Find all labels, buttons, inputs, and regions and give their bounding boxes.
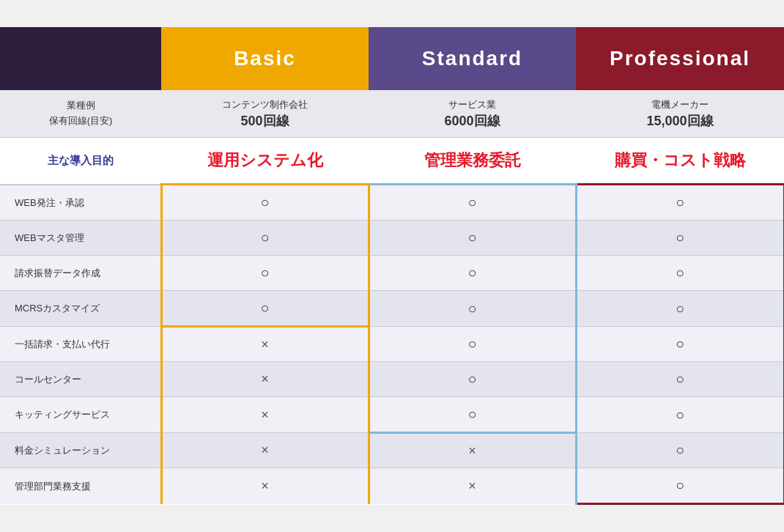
feature-name-cell: WEB発注・承認 — [0, 185, 161, 221]
table-row: 料金シミュレーション××○ — [0, 433, 784, 468]
table-row: コールセンター×○○ — [0, 362, 784, 397]
table-row: キッティングサービス×○○ — [0, 397, 784, 433]
basic-feature-cell: ○ — [161, 185, 369, 221]
basic-feature-cell: × — [161, 327, 369, 362]
basic-lines-count: 500回線 — [173, 112, 357, 130]
circle-icon: ○ — [676, 265, 684, 281]
purpose-row: 主な導入目的 運用システム化 管理業務委託 購買・コスト戦略 — [0, 138, 784, 185]
professional-feature-cell: ○ — [576, 291, 784, 327]
standard-lines-count: 6000回線 — [380, 112, 564, 130]
circle-icon: ○ — [676, 407, 684, 423]
header-row: Basic Standard Professional — [0, 27, 784, 90]
cross-icon: × — [261, 372, 269, 386]
professional-feature-cell: ○ — [576, 256, 784, 291]
basic-title: Basic — [234, 47, 296, 70]
basic-purpose-value: 運用システム化 — [207, 151, 323, 169]
table-row: 一括請求・支払い代行×○○ — [0, 327, 784, 362]
standard-feature-cell: × — [369, 433, 576, 468]
circle-icon: ○ — [676, 371, 684, 387]
feature-name-cell: 請求振替データ作成 — [0, 256, 161, 291]
professional-feature-cell: ○ — [576, 433, 784, 468]
basic-feature-cell: × — [161, 362, 369, 397]
basic-feature-cell: ○ — [161, 256, 369, 291]
circle-icon: ○ — [467, 406, 476, 422]
cross-icon: × — [468, 479, 476, 493]
circle-icon: ○ — [467, 300, 476, 317]
standard-feature-cell: × — [369, 468, 576, 504]
comparison-table: Basic Standard Professional 業種例 保有回線(目安)… — [0, 27, 784, 506]
feature-name-cell: コールセンター — [0, 362, 161, 397]
standard-feature-cell: ○ — [369, 397, 576, 433]
circle-icon: ○ — [676, 336, 684, 352]
standard-feature-cell: ○ — [369, 256, 576, 291]
basic-feature-cell: ○ — [161, 291, 369, 327]
basic-purpose-cell: 運用システム化 — [161, 138, 369, 185]
circle-icon: ○ — [676, 477, 684, 493]
professional-feature-cell: ○ — [576, 327, 784, 362]
cross-icon: × — [261, 407, 269, 422]
circle-icon: ○ — [467, 194, 476, 210]
professional-feature-cell: ○ — [576, 468, 784, 504]
cross-icon: × — [261, 479, 269, 493]
table-row: WEB発注・承認○○○ — [0, 185, 784, 221]
standard-feature-cell: ○ — [369, 327, 576, 362]
circle-icon: ○ — [676, 300, 684, 317]
feature-name-cell: WEBマスタ管理 — [0, 221, 161, 256]
table-row: 請求振替データ作成○○○ — [0, 256, 784, 291]
circle-icon: ○ — [260, 265, 269, 281]
professional-purpose-value: 購買・コスト戦略 — [615, 151, 746, 169]
professional-industry-cell: 電機メーカー 15,000回線 — [576, 90, 784, 138]
cross-icon: × — [261, 337, 269, 352]
professional-industry-name: 電機メーカー — [588, 97, 772, 113]
professional-feature-cell: ○ — [576, 362, 784, 397]
professional-feature-cell: ○ — [576, 397, 784, 433]
basic-feature-cell: × — [161, 397, 369, 433]
circle-icon: ○ — [676, 442, 684, 458]
feature-name-cell: 料金シミュレーション — [0, 433, 161, 468]
cross-icon: × — [261, 443, 269, 457]
standard-purpose-value: 管理業務委託 — [424, 151, 521, 169]
basic-feature-cell: × — [161, 433, 369, 468]
industry-row: 業種例 保有回線(目安) コンテンツ制作会社 500回線 サービス業 6000回… — [0, 90, 784, 138]
feature-name-cell: キッティングサービス — [0, 397, 161, 433]
basic-industry-cell: コンテンツ制作会社 500回線 — [161, 90, 369, 138]
standard-feature-cell: ○ — [369, 291, 576, 327]
circle-icon: ○ — [260, 229, 269, 245]
professional-purpose-cell: 購買・コスト戦略 — [576, 138, 784, 185]
circle-icon: ○ — [467, 265, 476, 281]
standard-feature-cell: ○ — [369, 221, 576, 256]
standard-feature-cell: ○ — [369, 362, 576, 397]
feature-name-cell: 管理部門業務支援 — [0, 468, 161, 504]
circle-icon: ○ — [260, 300, 269, 316]
industry-feature-label: 業種例 保有回線(目安) — [0, 90, 161, 138]
circle-icon: ○ — [676, 194, 684, 210]
table-row: 管理部門業務支援××○ — [0, 468, 784, 504]
header-basic-cell: Basic — [161, 27, 369, 90]
header-standard-cell: Standard — [369, 27, 576, 90]
circle-icon: ○ — [467, 229, 476, 245]
standard-industry-name: サービス業 — [380, 97, 564, 113]
header-dark-cell — [0, 27, 161, 90]
basic-feature-cell: × — [161, 468, 369, 504]
standard-feature-cell: ○ — [369, 185, 576, 221]
basic-industry-name: コンテンツ制作会社 — [173, 97, 357, 113]
purpose-feature-label-cell: 主な導入目的 — [0, 138, 161, 185]
professional-feature-cell: ○ — [576, 185, 784, 221]
professional-feature-cell: ○ — [576, 221, 784, 256]
standard-purpose-cell: 管理業務委託 — [369, 138, 576, 185]
standard-title: Standard — [422, 47, 522, 70]
table-row: WEBマスタ管理○○○ — [0, 221, 784, 256]
basic-feature-cell: ○ — [161, 221, 369, 256]
purpose-label: 主な導入目的 — [48, 154, 114, 166]
feature-name-cell: MCRSカスタマイズ — [0, 291, 161, 327]
circle-icon: ○ — [467, 371, 476, 387]
circle-icon: ○ — [467, 336, 476, 352]
standard-industry-cell: サービス業 6000回線 — [369, 90, 576, 138]
professional-lines-count: 15,000回線 — [588, 112, 772, 130]
feature-name-cell: 一括請求・支払い代行 — [0, 327, 161, 362]
professional-title: Professional — [610, 47, 750, 70]
header-professional-cell: Professional — [576, 27, 784, 90]
circle-icon: ○ — [676, 229, 684, 245]
cross-icon: × — [468, 443, 476, 458]
table-row: MCRSカスタマイズ○○○ — [0, 291, 784, 327]
